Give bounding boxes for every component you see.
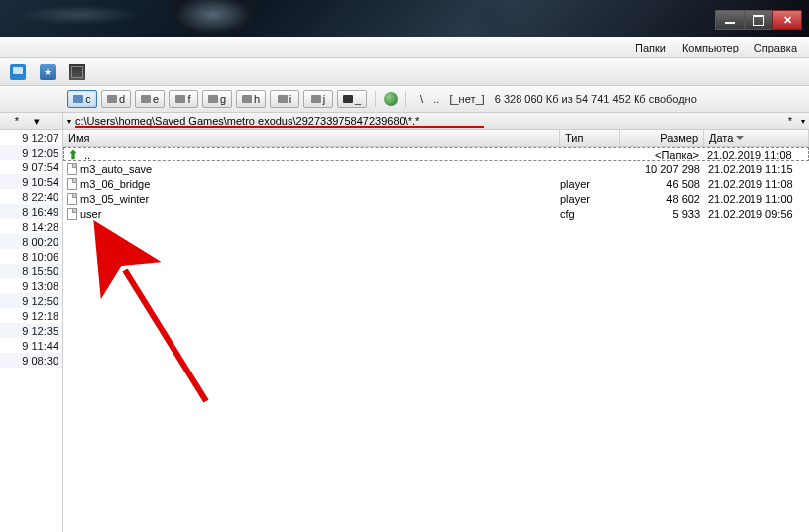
left-panel-header: * ▾ xyxy=(0,113,62,130)
file-size: 46 508 xyxy=(620,178,704,190)
list-item[interactable]: 9 07:54 xyxy=(0,160,62,174)
view-icon[interactable] xyxy=(10,64,26,80)
left-panel: * ▾ 9 12:079 12:059 07:549 10:548 22:408… xyxy=(0,113,63,532)
file-icon xyxy=(67,178,77,190)
file-type: cfg xyxy=(560,208,620,220)
list-item[interactable]: 9 11:44 xyxy=(0,338,62,353)
menu-bar: Папки Компьютер Справка xyxy=(0,37,809,58)
drive-c-button[interactable]: c xyxy=(67,90,97,108)
drive-j-button[interactable]: j xyxy=(303,90,333,108)
table-row[interactable]: ⬆..<Папка>21.02.2019 11:08 xyxy=(63,147,809,161)
path-bar: ▾ c:\Users\homeq\Saved Games\metro exodu… xyxy=(63,113,809,130)
list-item[interactable]: 8 00:20 xyxy=(0,234,62,249)
annotation-underline xyxy=(75,126,484,128)
file-date: 21.02.2019 11:15 xyxy=(704,163,809,175)
menu-help[interactable]: Справка xyxy=(747,39,805,56)
minimize-button[interactable] xyxy=(715,10,745,30)
drive-g-button[interactable]: g xyxy=(202,90,232,108)
list-item[interactable]: 9 12:50 xyxy=(0,293,62,308)
chevron-down-icon[interactable]: ▾ xyxy=(63,117,75,126)
file-list: ⬆..<Папка>21.02.2019 11:08m3_auto_save10… xyxy=(63,147,809,532)
drive-h-button[interactable]: h xyxy=(236,90,266,108)
chevron-down-icon[interactable]: ▾ xyxy=(21,115,42,128)
file-type: player xyxy=(560,178,620,190)
file-type: player xyxy=(560,193,620,205)
list-item[interactable]: 9 12:35 xyxy=(0,323,62,338)
right-panel: ▾ c:\Users\homeq\Saved Games\metro exodu… xyxy=(63,113,809,532)
list-item[interactable]: 8 16:49 xyxy=(0,204,62,219)
column-header: Имя Тип Размер Дата xyxy=(63,130,809,147)
drive-net-button[interactable]: _ xyxy=(337,90,367,108)
drive-info: \ .. [_нет_] 6 328 060 Кб из 54 741 452 … xyxy=(420,93,697,105)
table-row[interactable]: m3_auto_save10 207 29821.02.2019 11:15 xyxy=(63,161,809,176)
file-icon xyxy=(67,163,77,175)
list-item[interactable]: 9 12:07 xyxy=(0,130,62,145)
menu-computer[interactable]: Компьютер xyxy=(674,39,747,56)
file-icon xyxy=(67,193,77,205)
col-size[interactable]: Размер xyxy=(620,130,704,146)
list-item[interactable]: 9 10:54 xyxy=(0,174,62,189)
col-date[interactable]: Дата xyxy=(704,130,809,146)
file-name: m3_05_winter xyxy=(80,193,560,205)
path-text[interactable]: c:\Users\homeq\Saved Games\metro exodus\… xyxy=(75,115,783,127)
list-item[interactable]: 9 12:05 xyxy=(0,145,62,160)
file-name: .. xyxy=(84,149,559,160)
drive-bar: c d e f g h i j _ \ .. [_нет_] 6 328 060… xyxy=(0,86,809,113)
col-type[interactable]: Тип xyxy=(560,130,620,146)
list-item[interactable]: 8 22:40 xyxy=(0,189,62,204)
list-item[interactable]: 9 08:30 xyxy=(0,353,62,368)
table-row[interactable]: usercfg5 93321.02.2019 09:56 xyxy=(63,206,809,221)
favorites-icon[interactable] xyxy=(40,64,56,80)
free-space-text: 6 328 060 Кб из 54 741 452 Кб свободно xyxy=(495,93,697,105)
list-item[interactable]: 9 12:18 xyxy=(0,308,62,323)
globe-icon[interactable] xyxy=(384,92,398,106)
header-image: ✕ xyxy=(0,0,809,37)
list-item[interactable]: 9 13:08 xyxy=(0,278,62,293)
file-name: user xyxy=(80,208,560,220)
separator xyxy=(405,91,406,107)
toolbar xyxy=(0,58,809,86)
drive-f-button[interactable]: f xyxy=(169,90,198,108)
file-date: 21.02.2019 11:08 xyxy=(704,178,809,190)
file-size: 48 602 xyxy=(620,193,704,205)
menu-folders[interactable]: Папки xyxy=(628,39,674,56)
separator xyxy=(375,91,376,107)
close-button[interactable]: ✕ xyxy=(772,10,802,30)
window-controls: ✕ xyxy=(716,10,802,30)
file-date: 21.02.2019 11:00 xyxy=(704,193,809,205)
list-item[interactable]: 8 10:06 xyxy=(0,249,62,264)
console-icon[interactable] xyxy=(69,64,85,80)
file-size: 5 933 xyxy=(620,208,704,220)
chevron-down-icon[interactable]: ▾ xyxy=(797,117,809,126)
drive-d-button[interactable]: d xyxy=(101,90,131,108)
list-item[interactable]: 8 15:50 xyxy=(0,264,62,278)
up-arrow-icon: ⬆ xyxy=(68,149,81,160)
file-name: m3_06_bridge xyxy=(80,178,560,190)
file-date: 21.02.2019 11:08 xyxy=(703,149,808,160)
file-name: m3_auto_save xyxy=(80,163,560,175)
drive-i-button[interactable]: i xyxy=(270,90,299,108)
file-size: <Папка> xyxy=(619,149,703,160)
file-date: 21.02.2019 09:56 xyxy=(704,208,809,220)
file-icon xyxy=(67,208,77,220)
col-name[interactable]: Имя xyxy=(63,130,560,146)
star-icon[interactable]: * xyxy=(0,115,21,127)
table-row[interactable]: m3_06_bridgeplayer46 50821.02.2019 11:08 xyxy=(63,176,809,191)
maximize-button[interactable] xyxy=(744,10,773,30)
file-size: 10 207 298 xyxy=(620,163,704,175)
drive-e-button[interactable]: e xyxy=(135,90,165,108)
list-item[interactable]: 8 14:28 xyxy=(0,219,62,234)
table-row[interactable]: m3_05_winterplayer48 60221.02.2019 11:00 xyxy=(63,191,809,206)
star-icon[interactable]: * xyxy=(783,115,797,127)
